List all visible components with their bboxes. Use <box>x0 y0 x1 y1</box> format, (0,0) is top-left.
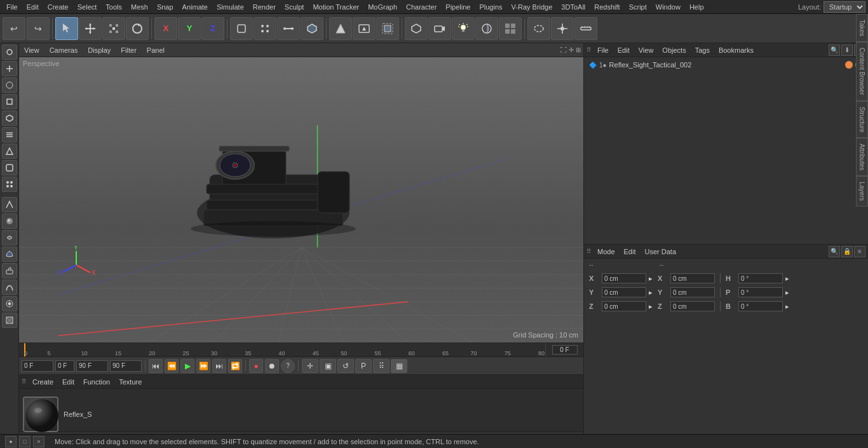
status-icon-2[interactable]: □ <box>19 436 31 447</box>
menu-render[interactable]: Render <box>249 2 280 12</box>
vp-menu-panel[interactable]: Panel <box>144 46 167 55</box>
om-search-btn[interactable]: 🔍 <box>829 44 840 56</box>
dope-sheet-btn[interactable]: ⠿ <box>373 359 390 373</box>
axis-y-button[interactable]: Y <box>178 17 201 40</box>
poly-mode-button[interactable] <box>301 17 323 40</box>
help-button[interactable]: ? <box>281 359 295 373</box>
sidebar-tool-12[interactable] <box>2 230 17 245</box>
vp-menu-filter[interactable]: Filter <box>118 46 139 55</box>
sidebar-tool-16[interactable] <box>2 296 17 311</box>
frame-start-input[interactable] <box>22 360 53 372</box>
axis-z-button[interactable]: Z <box>201 17 224 40</box>
sidebar-tool-8[interactable] <box>2 160 17 175</box>
keyframe-btn[interactable]: P <box>355 359 372 373</box>
material-thumbnail[interactable] <box>23 397 58 432</box>
rotate-extra-btn[interactable]: ↺ <box>337 359 354 373</box>
menu-tools[interactable]: Tools <box>102 2 126 12</box>
menu-redshift[interactable]: Redshift <box>590 2 623 12</box>
vp-icon-2[interactable]: ✛ <box>569 46 574 53</box>
mat-menu-texture[interactable]: Texture <box>116 377 144 386</box>
sidebar-tool-11[interactable] <box>2 214 17 229</box>
attr-menu-userdata[interactable]: User Data <box>642 247 679 256</box>
viewport[interactable]: X Y Z <box>19 57 583 343</box>
timeline-ruler[interactable]: 0 5 10 15 20 25 30 35 40 45 50 55 60 65 … <box>19 343 583 356</box>
go-start-button[interactable]: ⏮ <box>149 359 163 373</box>
om-menu-edit[interactable]: Edit <box>615 46 632 55</box>
move-tool[interactable] <box>2 61 17 76</box>
om-menu-tags[interactable]: Tags <box>693 46 712 55</box>
vp-menu-display[interactable]: Display <box>85 46 113 55</box>
lasso-button[interactable] <box>527 17 550 40</box>
om-menu-bookmarks[interactable]: Bookmarks <box>716 46 756 55</box>
current-frame-input[interactable] <box>552 345 578 355</box>
step-forward-button[interactable]: ⏩ <box>196 359 210 373</box>
menu-vray[interactable]: V-Ray Bridge <box>508 2 557 12</box>
menu-plugins[interactable]: Plugins <box>475 2 506 12</box>
tab-content-browser[interactable]: Content Browser <box>856 42 868 100</box>
status-icon-1[interactable]: ● <box>5 436 17 447</box>
attr-h-input[interactable] <box>738 273 783 283</box>
timeline[interactable]: 0 5 10 15 20 25 30 35 40 45 50 55 60 65 … <box>19 343 583 356</box>
object-dot-red[interactable] <box>845 61 853 69</box>
attr-y-pos-input[interactable] <box>602 287 646 297</box>
sidebar-tool-14[interactable] <box>2 263 17 278</box>
om-menu-view[interactable]: View <box>636 46 656 55</box>
timeline-btn2[interactable]: ▦ <box>391 359 407 373</box>
om-menu-objects[interactable]: Objects <box>660 46 688 55</box>
om-menu-file[interactable]: File <box>595 46 611 55</box>
attr-menu-edit[interactable]: Edit <box>621 247 639 256</box>
menu-animate[interactable]: Animate <box>179 2 212 12</box>
menu-help[interactable]: Help <box>686 2 708 12</box>
vp-icon-1[interactable]: ⛶ <box>560 46 567 53</box>
edge-mode-button[interactable] <box>277 17 300 40</box>
attr-more-btn[interactable]: ≡ <box>854 246 865 257</box>
sidebar-tool-17[interactable] <box>2 313 17 328</box>
scene-button[interactable] <box>499 17 522 40</box>
tab-structure[interactable]: Structure <box>856 101 868 139</box>
move-button[interactable] <box>79 17 102 40</box>
sidebar-tool-10[interactable] <box>2 197 17 212</box>
transform-tool[interactable] <box>2 111 17 126</box>
om-filter-btn[interactable]: ⬇ <box>841 44 853 56</box>
paint-button[interactable] <box>475 17 498 40</box>
sidebar-tool-15[interactable] <box>2 280 17 295</box>
go-end-button[interactable]: ⏭ <box>212 359 226 373</box>
menu-motion-tracker[interactable]: Motion Tracker <box>309 2 363 12</box>
frame-minus-input[interactable] <box>55 360 74 372</box>
axis-x-button[interactable]: X <box>154 17 177 40</box>
points-tool[interactable] <box>2 44 17 60</box>
menu-mesh[interactable]: Mesh <box>127 2 152 12</box>
snap-button[interactable] <box>551 17 574 40</box>
sidebar-tool-6[interactable] <box>2 127 17 142</box>
rotate-tool[interactable] <box>2 78 17 93</box>
vp-menu-cameras[interactable]: Cameras <box>47 46 81 55</box>
menu-edit[interactable]: Edit <box>23 2 43 12</box>
scale-button[interactable] <box>102 17 125 40</box>
tab-takes[interactable]: Takes <box>856 14 868 42</box>
point-mode-button[interactable] <box>254 17 276 40</box>
menu-3dtoall[interactable]: 3DToAll <box>557 2 589 12</box>
menu-script[interactable]: Script <box>625 2 651 12</box>
tab-layers[interactable]: Layers <box>856 176 868 207</box>
sidebar-tool-13[interactable] <box>2 247 17 262</box>
undo-button[interactable]: ↩ <box>3 17 25 40</box>
snap-extra-btn[interactable]: ▣ <box>320 359 336 373</box>
attr-z-rot-input[interactable] <box>670 301 715 311</box>
tab-attributes[interactable]: Attributes <box>856 138 868 176</box>
mat-menu-function[interactable]: Function <box>81 377 112 386</box>
select-model-button[interactable] <box>55 17 78 40</box>
menu-sculpt[interactable]: Sculpt <box>281 2 308 12</box>
measure-button[interactable] <box>574 17 597 40</box>
step-back-button[interactable]: ⏪ <box>165 359 179 373</box>
vp-icon-3[interactable]: ⊞ <box>576 46 581 53</box>
menu-select[interactable]: Select <box>74 2 101 12</box>
attr-menu-mode[interactable]: Mode <box>595 247 618 256</box>
menu-file[interactable]: File <box>3 2 22 12</box>
attr-y-rot-input[interactable] <box>670 287 715 297</box>
render-button[interactable] <box>329 17 352 40</box>
attr-x-pos-input[interactable] <box>602 273 646 283</box>
render-active-view[interactable] <box>353 17 376 40</box>
rotate-button[interactable] <box>126 17 149 40</box>
redo-button[interactable]: ↪ <box>27 17 50 40</box>
object-row[interactable]: 🔷 1● Reflex_Sight_Tactical_002 <box>587 60 865 70</box>
